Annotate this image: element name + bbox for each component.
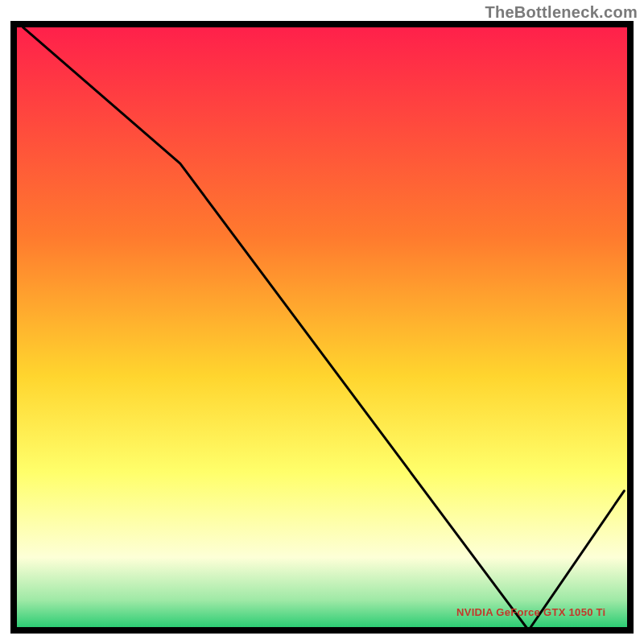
bottleneck-chart <box>0 0 644 644</box>
gpu-annotation: NVIDIA GeForce GTX 1050 Ti <box>456 606 606 618</box>
plot-background <box>14 24 630 630</box>
attribution-text: TheBottleneck.com <box>485 3 638 22</box>
chart-stage: { "attribution": "TheBottleneck.com", "a… <box>0 0 644 644</box>
